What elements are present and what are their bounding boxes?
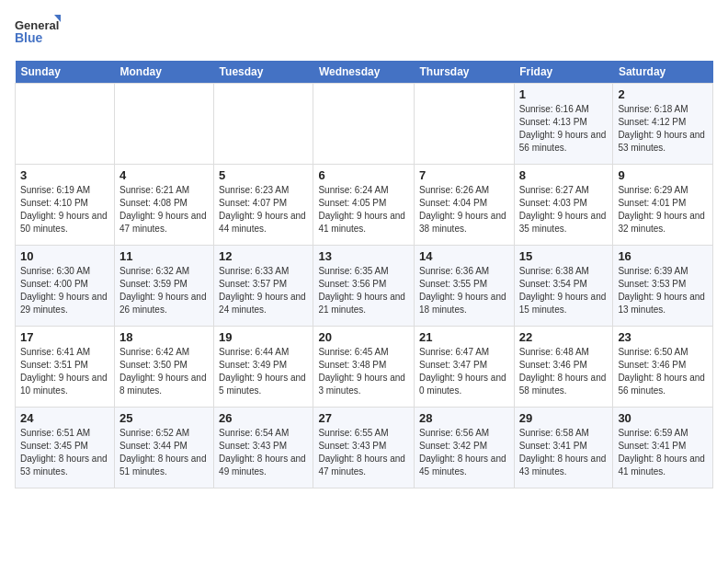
day-info: Sunrise: 6:52 AM Sunset: 3:44 PM Dayligh… (119, 427, 209, 478)
calendar-cell: 26Sunrise: 6:54 AM Sunset: 3:43 PM Dayli… (214, 408, 313, 488)
calendar-cell (313, 84, 415, 165)
day-info: Sunrise: 6:23 AM Sunset: 4:07 PM Dayligh… (219, 184, 308, 236)
day-number: 1 (519, 87, 609, 101)
week-row-1: 1Sunrise: 6:16 AM Sunset: 4:13 PM Daylig… (16, 84, 713, 165)
calendar-cell: 12Sunrise: 6:33 AM Sunset: 3:57 PM Dayli… (214, 246, 313, 327)
day-info: Sunrise: 6:38 AM Sunset: 3:54 PM Dayligh… (519, 265, 609, 316)
week-row-4: 17Sunrise: 6:41 AM Sunset: 3:51 PM Dayli… (16, 327, 713, 408)
day-number: 20 (318, 330, 409, 344)
day-info: Sunrise: 6:29 AM Sunset: 4:01 PM Dayligh… (618, 184, 708, 236)
day-number: 26 (219, 411, 308, 425)
day-info: Sunrise: 6:16 AM Sunset: 4:13 PM Dayligh… (519, 103, 609, 155)
calendar-cell: 23Sunrise: 6:50 AM Sunset: 3:46 PM Dayli… (613, 327, 713, 408)
day-number: 21 (419, 330, 509, 344)
day-number: 6 (318, 168, 409, 182)
calendar-cell: 8Sunrise: 6:27 AM Sunset: 4:03 PM Daylig… (514, 165, 613, 246)
svg-text:Blue: Blue (15, 30, 43, 45)
day-number: 14 (419, 249, 509, 263)
day-info: Sunrise: 6:54 AM Sunset: 3:43 PM Dayligh… (219, 427, 308, 478)
calendar-cell: 5Sunrise: 6:23 AM Sunset: 4:07 PM Daylig… (214, 165, 313, 246)
calendar-cell: 15Sunrise: 6:38 AM Sunset: 3:54 PM Dayli… (514, 246, 613, 327)
calendar-cell: 20Sunrise: 6:45 AM Sunset: 3:48 PM Dayli… (313, 327, 415, 408)
day-info: Sunrise: 6:48 AM Sunset: 3:46 PM Dayligh… (519, 346, 609, 397)
calendar-cell: 14Sunrise: 6:36 AM Sunset: 3:55 PM Dayli… (415, 246, 515, 327)
week-row-5: 24Sunrise: 6:51 AM Sunset: 3:45 PM Dayli… (16, 408, 713, 488)
calendar-cell: 19Sunrise: 6:44 AM Sunset: 3:49 PM Dayli… (214, 327, 313, 408)
day-number: 29 (519, 411, 609, 425)
day-info: Sunrise: 6:41 AM Sunset: 3:51 PM Dayligh… (20, 346, 109, 397)
day-number: 22 (519, 330, 609, 344)
day-number: 4 (119, 168, 209, 182)
day-number: 30 (618, 411, 708, 425)
calendar-cell: 6Sunrise: 6:24 AM Sunset: 4:05 PM Daylig… (313, 165, 415, 246)
day-number: 7 (419, 168, 509, 182)
day-number: 24 (20, 411, 109, 425)
logo-svg: General Blue (15, 15, 61, 53)
day-number: 8 (519, 168, 609, 182)
day-number: 3 (20, 168, 109, 182)
day-info: Sunrise: 6:56 AM Sunset: 3:42 PM Dayligh… (419, 427, 509, 478)
day-number: 13 (318, 249, 409, 263)
day-number: 27 (318, 411, 409, 425)
day-number: 15 (519, 249, 609, 263)
day-info: Sunrise: 6:59 AM Sunset: 3:41 PM Dayligh… (618, 427, 708, 478)
calendar-cell: 25Sunrise: 6:52 AM Sunset: 3:44 PM Dayli… (114, 408, 213, 488)
header-wednesday: Wednesday (313, 61, 415, 84)
calendar-cell: 1Sunrise: 6:16 AM Sunset: 4:13 PM Daylig… (514, 84, 613, 165)
calendar-cell: 18Sunrise: 6:42 AM Sunset: 3:50 PM Dayli… (114, 327, 213, 408)
day-number: 11 (119, 249, 209, 263)
day-info: Sunrise: 6:19 AM Sunset: 4:10 PM Dayligh… (20, 184, 109, 236)
header-thursday: Thursday (415, 61, 515, 84)
page-header: General Blue (15, 15, 713, 53)
day-info: Sunrise: 6:36 AM Sunset: 3:55 PM Dayligh… (419, 265, 509, 316)
day-info: Sunrise: 6:18 AM Sunset: 4:12 PM Dayligh… (618, 103, 708, 155)
day-info: Sunrise: 6:27 AM Sunset: 4:03 PM Dayligh… (519, 184, 609, 236)
calendar-cell: 10Sunrise: 6:30 AM Sunset: 4:00 PM Dayli… (16, 246, 115, 327)
calendar-cell (415, 84, 515, 165)
day-info: Sunrise: 6:45 AM Sunset: 3:48 PM Dayligh… (318, 346, 409, 397)
day-number: 23 (618, 330, 708, 344)
day-info: Sunrise: 6:33 AM Sunset: 3:57 PM Dayligh… (219, 265, 308, 316)
calendar-cell: 28Sunrise: 6:56 AM Sunset: 3:42 PM Dayli… (415, 408, 515, 488)
week-row-2: 3Sunrise: 6:19 AM Sunset: 4:10 PM Daylig… (16, 165, 713, 246)
calendar-cell: 13Sunrise: 6:35 AM Sunset: 3:56 PM Dayli… (313, 246, 415, 327)
calendar-cell: 7Sunrise: 6:26 AM Sunset: 4:04 PM Daylig… (415, 165, 515, 246)
calendar-cell: 11Sunrise: 6:32 AM Sunset: 3:59 PM Dayli… (114, 246, 213, 327)
day-info: Sunrise: 6:26 AM Sunset: 4:04 PM Dayligh… (419, 184, 509, 236)
day-number: 17 (20, 330, 109, 344)
day-number: 10 (20, 249, 109, 263)
calendar-cell (114, 84, 213, 165)
day-info: Sunrise: 6:30 AM Sunset: 4:00 PM Dayligh… (20, 265, 109, 316)
day-number: 28 (419, 411, 509, 425)
day-number: 9 (618, 168, 708, 182)
day-info: Sunrise: 6:32 AM Sunset: 3:59 PM Dayligh… (119, 265, 209, 316)
day-info: Sunrise: 6:24 AM Sunset: 4:05 PM Dayligh… (318, 184, 409, 236)
week-row-3: 10Sunrise: 6:30 AM Sunset: 4:00 PM Dayli… (16, 246, 713, 327)
calendar-cell: 30Sunrise: 6:59 AM Sunset: 3:41 PM Dayli… (613, 408, 713, 488)
day-info: Sunrise: 6:35 AM Sunset: 3:56 PM Dayligh… (318, 265, 409, 316)
calendar-cell: 2Sunrise: 6:18 AM Sunset: 4:12 PM Daylig… (613, 84, 713, 165)
calendar-cell: 17Sunrise: 6:41 AM Sunset: 3:51 PM Dayli… (16, 327, 115, 408)
calendar-cell (214, 84, 313, 165)
calendar-cell: 27Sunrise: 6:55 AM Sunset: 3:43 PM Dayli… (313, 408, 415, 488)
day-number: 5 (219, 168, 308, 182)
day-info: Sunrise: 6:47 AM Sunset: 3:47 PM Dayligh… (419, 346, 509, 397)
calendar-cell: 24Sunrise: 6:51 AM Sunset: 3:45 PM Dayli… (16, 408, 115, 488)
calendar-cell: 3Sunrise: 6:19 AM Sunset: 4:10 PM Daylig… (16, 165, 115, 246)
calendar-cell: 29Sunrise: 6:58 AM Sunset: 3:41 PM Dayli… (514, 408, 613, 488)
day-number: 19 (219, 330, 308, 344)
calendar-header-row: SundayMondayTuesdayWednesdayThursdayFrid… (16, 61, 713, 84)
calendar-cell: 4Sunrise: 6:21 AM Sunset: 4:08 PM Daylig… (114, 165, 213, 246)
logo: General Blue (15, 15, 61, 53)
header-tuesday: Tuesday (214, 61, 313, 84)
calendar-cell: 9Sunrise: 6:29 AM Sunset: 4:01 PM Daylig… (613, 165, 713, 246)
header-monday: Monday (114, 61, 213, 84)
day-info: Sunrise: 6:39 AM Sunset: 3:53 PM Dayligh… (618, 265, 708, 316)
calendar-table: SundayMondayTuesdayWednesdayThursdayFrid… (15, 61, 713, 488)
calendar-cell: 21Sunrise: 6:47 AM Sunset: 3:47 PM Dayli… (415, 327, 515, 408)
calendar-cell (16, 84, 115, 165)
day-number: 12 (219, 249, 308, 263)
header-saturday: Saturday (613, 61, 713, 84)
day-info: Sunrise: 6:55 AM Sunset: 3:43 PM Dayligh… (318, 427, 409, 478)
day-info: Sunrise: 6:51 AM Sunset: 3:45 PM Dayligh… (20, 427, 109, 478)
